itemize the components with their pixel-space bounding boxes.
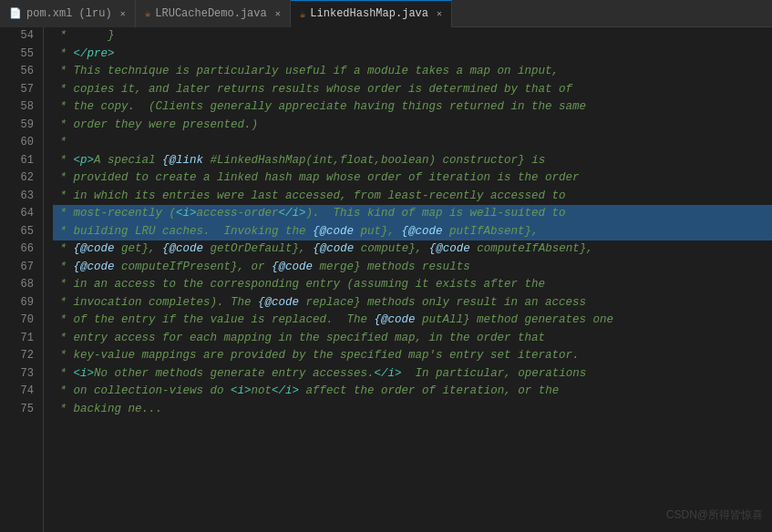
code-line-55: * </pre> [53,46,772,64]
line-num-72: 72 [7,347,34,365]
code-line-75: * backing ne... [53,401,772,419]
code-line-71: * entry access for each mapping in the s… [53,330,772,348]
line-num-58: 58 [7,98,34,117]
code-line-74: * on collection-views do <i>not</i> affe… [53,383,772,401]
line-num-64: 64 [7,205,34,223]
code-line-66: * {@code get}, {@code getOrDefault}, {@c… [53,240,772,259]
line-num-54: 54 [7,27,34,46]
tab-linkedhashmap[interactable]: ☕ LinkedHashMap.java ✕ [291,0,452,27]
java-icon-lru: ☕ [145,7,151,19]
code-area[interactable]: * } * </pre> * This technique is particu… [44,27,772,532]
tab-lrucache-label: LRUCacheDemo.java [155,7,266,20]
tab-pom-label: pom.xml (lru) [26,7,112,20]
line-num-65: 65 [7,223,34,241]
line-num-66: 66 [7,240,34,259]
line-num-60: 60 [7,134,34,152]
line-num-57: 57 [7,81,34,99]
line-num-68: 68 [7,276,34,294]
tab-linkedhashmap-label: LinkedHashMap.java [310,7,428,20]
code-line-64: * most-recently (<i>access-order</i>). T… [53,205,772,223]
code-line-59: * order they were presented.) [53,117,772,135]
line-num-63: 63 [7,188,34,206]
line-num-75: 75 [7,401,34,419]
line-numbers: 54 55 56 57 58 59 60 61 62 63 64 65 66 6… [0,27,44,532]
code-line-69: * invocation completes). The {@code repl… [53,294,772,312]
tab-lrucache[interactable]: ☕ LRUCacheDemo.java ✕ [136,0,291,27]
line-num-69: 69 [7,294,34,312]
code-line-72: * key-value mappings are provided by the… [53,347,772,365]
watermark: CSDN@所得皆惊喜 [666,507,763,523]
code-line-62: * provided to create a linked hash map w… [53,169,772,188]
code-line-68: * in an access to the corresponding entr… [53,276,772,294]
code-line-61: * <p>A special {@link #LinkedHashMap(int… [53,152,772,170]
code-line-57: * copies it, and later returns results w… [53,81,772,99]
line-num-70: 70 [7,312,34,330]
line-num-67: 67 [7,259,34,277]
code-line-63: * in which its entries were last accesse… [53,188,772,206]
tab-linkedhashmap-close[interactable]: ✕ [437,8,442,19]
code-line-54: * } [53,27,772,46]
line-num-74: 74 [7,383,34,401]
line-num-61: 61 [7,152,34,170]
code-line-58: * the copy. (Clients generally appreciat… [53,98,772,117]
code-line-60: * [53,134,772,152]
tab-lrucache-close[interactable]: ✕ [275,8,281,19]
line-num-73: 73 [7,365,34,384]
code-line-56: * This technique is particularly useful … [53,63,772,81]
line-num-71: 71 [7,330,34,348]
line-num-62: 62 [7,169,34,188]
code-line-67: * {@code computeIfPresent}, or {@code me… [53,259,772,277]
code-line-73: * <i>No other methods generate entry acc… [53,365,772,384]
code-line-65: * building LRU caches. Invoking the {@co… [53,223,772,241]
code-line-70: * of the entry if the value is replaced.… [53,312,772,330]
editor: 54 55 56 57 58 59 60 61 62 63 64 65 66 6… [0,27,772,532]
line-num-55: 55 [7,46,34,64]
line-num-59: 59 [7,117,34,135]
tab-pom[interactable]: 📄 pom.xml (lru) ✕ [0,0,136,27]
tab-pom-close[interactable]: ✕ [120,8,126,19]
java-icon-linked: ☕ [300,8,306,20]
tab-bar: 📄 pom.xml (lru) ✕ ☕ LRUCacheDemo.java ✕ … [0,0,772,27]
xml-icon: 📄 [9,7,22,19]
line-num-56: 56 [7,63,34,81]
